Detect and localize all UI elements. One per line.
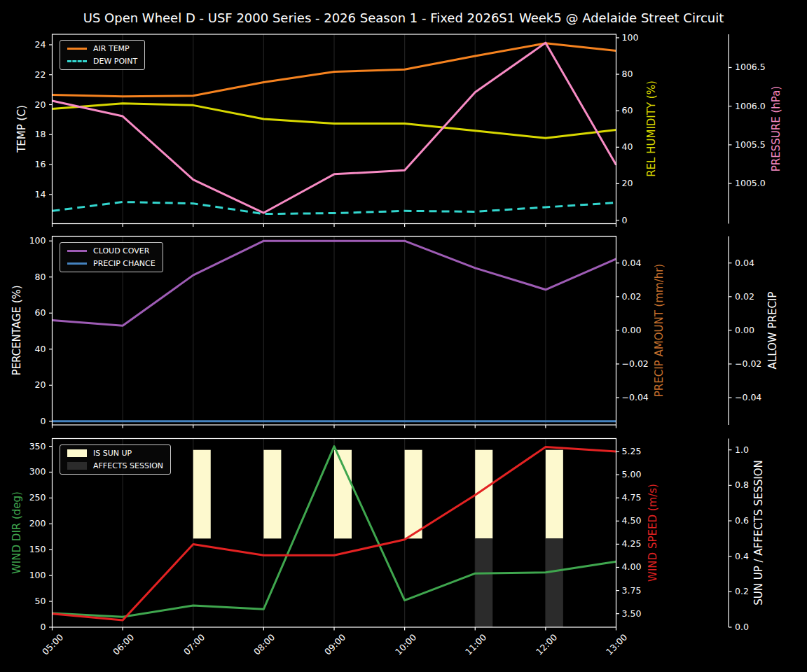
y-tick-label: 3.75 bbox=[622, 586, 642, 595]
legend: IS SUN UPAFFECTS SESSION bbox=[60, 444, 171, 475]
affects-session-bar bbox=[546, 538, 563, 627]
y-tick-label: 14 bbox=[0, 190, 46, 200]
y-tick-label: 22 bbox=[0, 70, 46, 79]
weather-forecast-figure: US Open Wheel D - USF 2000 Series - 2026… bbox=[0, 0, 807, 672]
y-tick-label: −0.04 bbox=[622, 393, 649, 402]
y-tick-label: −0.02 bbox=[735, 360, 761, 369]
pressure-hpa-axis-label: PRESSURE (hPa) bbox=[771, 86, 782, 172]
legend-item-dew-point: DEW POINT bbox=[67, 57, 137, 66]
legend-label: AIR TEMP bbox=[93, 44, 130, 53]
rel-humidity-axis-label: REL HUMIDITY (%) bbox=[647, 80, 657, 177]
legend: AIR TEMPDEW POINT bbox=[60, 40, 145, 70]
y-tick-label: 150 bbox=[0, 545, 46, 554]
y-tick-label: −0.04 bbox=[735, 393, 761, 402]
affects-session-bar bbox=[475, 538, 492, 627]
legend-swatch-is-sun-up bbox=[67, 449, 87, 457]
y-tick-label: 16 bbox=[0, 160, 46, 169]
y-tick-label: 20 bbox=[622, 179, 633, 188]
y-tick-label: 4.00 bbox=[622, 563, 642, 572]
y-tick-label: 250 bbox=[0, 493, 46, 503]
y-tick-label: 4.50 bbox=[622, 517, 642, 526]
y-tick-label: 0.00 bbox=[735, 326, 754, 335]
y-tick-label: 40 bbox=[622, 143, 633, 152]
y-tick-label: 5.00 bbox=[622, 470, 642, 479]
y-tick-label: 100 bbox=[622, 34, 639, 43]
y-tick-label: 200 bbox=[0, 519, 46, 528]
legend-swatch-precip-chance bbox=[67, 262, 87, 265]
is-sun-up-bar bbox=[263, 450, 281, 539]
legend-label: IS SUN UP bbox=[93, 449, 132, 458]
sun-up-affects-session-axis-label: SUN UP / AFFECTS SESSION bbox=[754, 460, 764, 606]
precip-amount-mm-hr-axis-label: PRECIP AMOUNT (mm/hr) bbox=[654, 264, 665, 397]
y-tick-label: 0.04 bbox=[735, 258, 754, 267]
y-tick-label: 0.04 bbox=[622, 258, 642, 267]
legend-item-cloud-cover: CLOUD COVER bbox=[67, 246, 156, 255]
y-tick-label: 0.6 bbox=[735, 517, 749, 526]
y-tick-label: 0.00 bbox=[622, 326, 642, 335]
legend-label: AFFECTS SESSION bbox=[93, 461, 163, 470]
y-tick-label: 80 bbox=[622, 70, 633, 79]
y-tick-label: 60 bbox=[622, 106, 633, 115]
y-tick-label: 1006.0 bbox=[735, 102, 766, 111]
y-tick-label: 300 bbox=[0, 468, 46, 477]
legend-label: CLOUD COVER bbox=[93, 246, 149, 255]
y-tick-label: 0.0 bbox=[735, 623, 749, 632]
wind-speed-m-s-axis-label: WIND SPEED (m/s) bbox=[648, 484, 658, 582]
is-sun-up-bar bbox=[546, 450, 563, 539]
y-tick-label: 0 bbox=[0, 623, 46, 632]
y-tick-label: 1.0 bbox=[735, 445, 749, 454]
y-tick-label: 1006.5 bbox=[735, 63, 766, 72]
y-tick-label: 4.75 bbox=[622, 493, 642, 503]
percentage-axis-label: PERCENTAGE (%) bbox=[12, 286, 22, 376]
y-tick-label: 0.02 bbox=[622, 293, 642, 302]
y-tick-label: 0.02 bbox=[735, 293, 754, 302]
legend-item-affects-session: AFFECTS SESSION bbox=[67, 461, 163, 470]
y-tick-label: 4.25 bbox=[622, 540, 642, 549]
y-tick-label: 100 bbox=[0, 571, 46, 580]
legend-swatch-dew-point bbox=[67, 60, 87, 62]
is-sun-up-bar bbox=[193, 450, 211, 539]
y-tick-label: 350 bbox=[0, 442, 46, 451]
y-tick-label: 40 bbox=[0, 345, 46, 354]
wind-dir-deg-axis-label: WIND DIR (deg) bbox=[12, 491, 22, 574]
y-tick-label: 1005.0 bbox=[735, 179, 766, 188]
legend: CLOUD COVERPRECIP CHANCE bbox=[60, 242, 163, 272]
y-tick-label: 50 bbox=[0, 597, 46, 606]
y-tick-label: 0 bbox=[0, 417, 46, 426]
y-tick-label: 80 bbox=[0, 272, 46, 281]
y-tick-label: 5.25 bbox=[622, 447, 642, 456]
y-tick-label: 60 bbox=[0, 309, 46, 318]
y-tick-label: 100 bbox=[0, 237, 46, 246]
legend-item-is-sun-up: IS SUN UP bbox=[67, 449, 163, 458]
is-sun-up-bar bbox=[405, 450, 422, 539]
allow-precip-axis-label: ALLOW PRECIP bbox=[768, 292, 778, 370]
legend-label: DEW POINT bbox=[93, 57, 137, 66]
y-tick-label: 1005.5 bbox=[735, 141, 766, 150]
y-tick-label: 20 bbox=[0, 381, 46, 390]
y-tick-label: 0 bbox=[622, 216, 628, 225]
y-tick-label: −0.02 bbox=[622, 360, 649, 369]
legend-swatch-affects-session bbox=[67, 462, 87, 470]
legend-item-air-temp: AIR TEMP bbox=[67, 44, 137, 53]
y-tick-label: 0.4 bbox=[735, 552, 749, 561]
legend-label: PRECIP CHANCE bbox=[93, 259, 156, 268]
y-tick-label: 24 bbox=[0, 41, 46, 50]
y-tick-label: 0.8 bbox=[735, 481, 749, 490]
y-tick-label: 3.50 bbox=[622, 609, 642, 618]
temp-c-axis-label: TEMP (C) bbox=[17, 105, 27, 153]
chart-canvas bbox=[0, 0, 807, 672]
legend-item-precip-chance: PRECIP CHANCE bbox=[67, 259, 156, 268]
legend-swatch-air-temp bbox=[67, 48, 87, 50]
legend-swatch-cloud-cover bbox=[67, 250, 87, 252]
y-tick-label: 0.2 bbox=[735, 587, 749, 596]
